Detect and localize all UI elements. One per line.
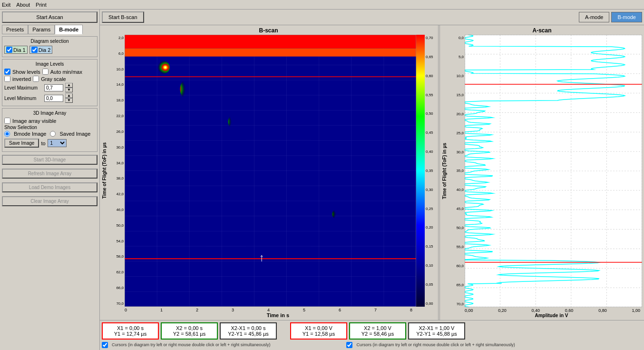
level-max-down[interactable]: ▼: [65, 88, 73, 92]
level-max-up[interactable]: ▲: [65, 83, 73, 88]
right-area: Start B-scan A-mode B-mode B-scan Time o…: [100, 10, 644, 350]
level-min-up[interactable]: ▲: [65, 93, 73, 98]
ascan-ytick-10: 50,0: [456, 226, 464, 230]
menu-exit[interactable]: Exit: [2, 2, 10, 8]
cursor-notes-row: Cursors (in diagram try left or right mo…: [100, 340, 644, 350]
save-index-select[interactable]: 123: [48, 139, 67, 147]
cb-tick-12: 0,10: [426, 263, 433, 268]
gray-scale-label: Gray scale: [41, 76, 66, 82]
start-bscan-button[interactable]: Start B-scan: [102, 11, 144, 23]
bscan-readout-x2y2: X2 = 0,00 s Y2 = 58,61 µs: [161, 322, 218, 340]
start-3d-button[interactable]: Start 3D-Image: [2, 155, 98, 165]
ascan-readout-diff: X2-X1 = 1,00 V Y2-Y1 = 45,88 µs: [408, 322, 465, 340]
ascan-y2-label: Y2 = 58,46 µs: [354, 331, 401, 337]
readout-spacer: [279, 322, 288, 340]
bmode-image-label: Bmode Image: [14, 131, 46, 137]
level-min-label: Level Minimum: [4, 96, 42, 101]
bscan-ytick-15: 62,0: [116, 270, 124, 274]
save-image-row: Save Image to 123: [4, 139, 95, 148]
inverted-label: inverted: [12, 76, 31, 82]
main-layout: Start Ascan Presets Params B-mode Diagra…: [0, 10, 644, 350]
b-mode-button[interactable]: B-mode: [611, 12, 642, 22]
cb-tick-10: 0,20: [426, 225, 433, 230]
ascan-cursor-check: Cursors (in diagram try left or right mo…: [346, 341, 517, 348]
dia1-checkbox-group: Dia 1: [4, 46, 28, 54]
ascan-ytick-6: 30,0: [456, 150, 464, 154]
bscan-cursor-check: Cursors (in diagram try left or right mo…: [102, 341, 272, 348]
top-toolbar: Start B-scan A-mode B-mode: [100, 10, 644, 25]
bscan-xaxis: 0 1 2 3 4 5 6 7 8: [102, 307, 435, 312]
bscan-x2-label: X2 = 0,00 s: [166, 325, 213, 331]
bscan-ytick-14: 58,0: [116, 254, 124, 259]
menu-print[interactable]: Print: [36, 2, 47, 8]
dia2-checkbox-group: Dia 2: [29, 46, 53, 54]
auto-minmax-checkbox[interactable]: [42, 69, 49, 75]
ascan-x-axis-label: Amplitude in V: [461, 313, 642, 318]
load-demo-button[interactable]: Load Demo Images: [2, 182, 98, 192]
bmode-image-radio[interactable]: [4, 131, 10, 137]
bscan-canvas[interactable]: [125, 35, 416, 307]
diagram-selection-title: Diagram selection: [4, 39, 95, 44]
bscan-ytick-5: 22,0: [116, 114, 124, 118]
dia1-checkbox[interactable]: [6, 47, 12, 53]
ascan-ytick-5: 25,0: [456, 131, 464, 135]
image-array-visible-row: Image array visible: [4, 118, 95, 124]
save-image-button[interactable]: Save Image: [4, 139, 39, 148]
bscan-x1-label: X1 = 0,00 s: [107, 325, 154, 331]
dia1-label: Dia 1: [13, 47, 26, 53]
bscan-ytick-7: 30,0: [116, 145, 124, 150]
show-selection-label: Show Selection: [4, 125, 95, 130]
start-ascan-button[interactable]: Start Ascan: [2, 11, 98, 23]
ascan-canvas[interactable]: [465, 35, 642, 307]
diagram-selection-section: Diagram selection Dia 1 Dia 2: [2, 36, 98, 57]
bscan-ytick-2: 10,0: [116, 67, 124, 71]
bscan-title: B-scan: [102, 27, 435, 34]
colorbar: 0,70 0,65 0,60 0,55 0,50 0,45 0,40 0,35 …: [416, 35, 435, 307]
menu-about[interactable]: About: [16, 2, 30, 8]
inverted-checkbox[interactable]: [4, 76, 10, 82]
cb-tick-13: 0,05: [426, 282, 433, 287]
bscan-plot[interactable]: [125, 35, 416, 307]
to-label: to: [41, 140, 45, 146]
level-max-row: Level Maximum 0,7 ▲ ▼: [4, 83, 95, 92]
ascan-y1-label: Y1 = 12,58 µs: [295, 331, 342, 337]
cb-tick-14: 0,00: [426, 301, 433, 306]
ascan-ytick-13: 65,0: [456, 283, 464, 287]
ascan-cursor-checkbox[interactable]: [346, 342, 352, 348]
image-array-section: 3D Image Array Image array visible Show …: [2, 108, 98, 152]
gray-scale-checkbox[interactable]: [33, 76, 39, 82]
show-levels-row: Show levels Auto min/max: [4, 69, 95, 75]
show-levels-label: Show levels: [12, 69, 40, 75]
image-levels-section: Image Levels Show levels Auto min/max in…: [2, 59, 98, 106]
dia2-checkbox[interactable]: [31, 47, 38, 53]
bscan-ytick-16: 66,0: [116, 286, 124, 290]
chart-separator: [438, 25, 439, 320]
tab-bmode[interactable]: B-mode: [55, 25, 83, 34]
ascan-readout-x1y1: X1 = 0,00 V Y1 = 12,58 µs: [290, 322, 347, 340]
bscan-x-axis-label: Time in s: [121, 312, 435, 318]
ascan-ytick-4: 20,0: [456, 112, 464, 116]
tab-params[interactable]: Params: [28, 25, 55, 34]
bscan-cursor-checkbox[interactable]: [102, 342, 108, 348]
clear-button[interactable]: Clear Image Array: [2, 196, 98, 206]
cb-tick-5: 0,45: [426, 130, 433, 135]
ascan-y-axis-label: Time of Flight (ToF) in µs: [442, 143, 447, 199]
image-array-visible-checkbox[interactable]: [4, 118, 10, 124]
saved-image-label: Saved Image: [59, 131, 90, 137]
a-mode-button[interactable]: A-mode: [579, 12, 610, 22]
refresh-button[interactable]: Refresh Image Array: [2, 169, 98, 179]
saved-image-radio[interactable]: [50, 131, 56, 137]
show-levels-checkbox[interactable]: [4, 69, 10, 75]
cb-tick-1: 0,65: [426, 55, 433, 59]
bscan-ytick-1: 6,0: [118, 51, 124, 56]
bscan-ytick-3: 14,0: [116, 82, 124, 87]
ascan-ytick-2: 10,0: [456, 74, 464, 78]
menu-bar: Exit About Print: [0, 0, 644, 10]
level-min-down[interactable]: ▼: [65, 98, 73, 103]
ascan-plot[interactable]: [465, 35, 642, 307]
dia2-label: Dia 2: [39, 47, 51, 53]
charts-area: B-scan Time of Flight (ToF) in µs 2,0 6,…: [100, 25, 644, 320]
tab-presets[interactable]: Presets: [2, 25, 28, 34]
ascan-x1-label: X1 = 0,00 V: [295, 325, 342, 331]
ascan-readout-x2y2: X2 = 1,00 V Y2 = 58,46 µs: [349, 322, 406, 340]
